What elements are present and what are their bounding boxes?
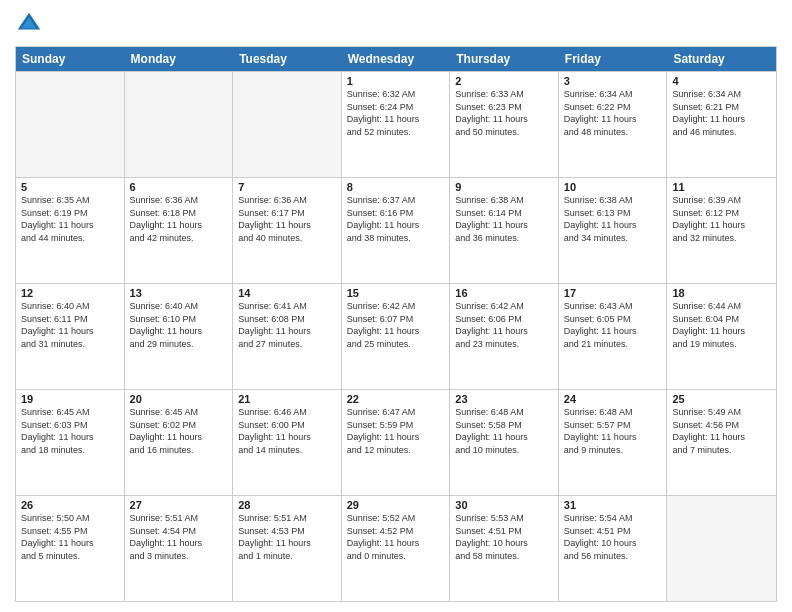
calendar-cell: 9Sunrise: 6:38 AM Sunset: 6:14 PM Daylig…: [450, 178, 559, 283]
day-info: Sunrise: 6:33 AM Sunset: 6:23 PM Dayligh…: [455, 88, 553, 138]
day-info: Sunrise: 6:45 AM Sunset: 6:02 PM Dayligh…: [130, 406, 228, 456]
day-number: 5: [21, 181, 119, 193]
day-number: 27: [130, 499, 228, 511]
day-number: 12: [21, 287, 119, 299]
day-info: Sunrise: 6:36 AM Sunset: 6:17 PM Dayligh…: [238, 194, 336, 244]
calendar-cell: 31Sunrise: 5:54 AM Sunset: 4:51 PM Dayli…: [559, 496, 668, 601]
day-number: 17: [564, 287, 662, 299]
day-info: Sunrise: 6:42 AM Sunset: 6:06 PM Dayligh…: [455, 300, 553, 350]
calendar-cell: [667, 496, 776, 601]
day-info: Sunrise: 6:46 AM Sunset: 6:00 PM Dayligh…: [238, 406, 336, 456]
calendar-cell: 8Sunrise: 6:37 AM Sunset: 6:16 PM Daylig…: [342, 178, 451, 283]
calendar-cell: 25Sunrise: 5:49 AM Sunset: 4:56 PM Dayli…: [667, 390, 776, 495]
day-number: 14: [238, 287, 336, 299]
calendar-cell: 22Sunrise: 6:47 AM Sunset: 5:59 PM Dayli…: [342, 390, 451, 495]
calendar-cell: 10Sunrise: 6:38 AM Sunset: 6:13 PM Dayli…: [559, 178, 668, 283]
day-number: 11: [672, 181, 771, 193]
day-number: 6: [130, 181, 228, 193]
day-number: 2: [455, 75, 553, 87]
day-info: Sunrise: 6:40 AM Sunset: 6:11 PM Dayligh…: [21, 300, 119, 350]
weekday-header: Thursday: [450, 47, 559, 71]
calendar-cell: 16Sunrise: 6:42 AM Sunset: 6:06 PM Dayli…: [450, 284, 559, 389]
calendar-cell: 19Sunrise: 6:45 AM Sunset: 6:03 PM Dayli…: [16, 390, 125, 495]
day-info: Sunrise: 6:45 AM Sunset: 6:03 PM Dayligh…: [21, 406, 119, 456]
calendar-header: SundayMondayTuesdayWednesdayThursdayFrid…: [16, 47, 776, 71]
day-number: 1: [347, 75, 445, 87]
calendar-body: 1Sunrise: 6:32 AM Sunset: 6:24 PM Daylig…: [16, 71, 776, 601]
weekday-header: Sunday: [16, 47, 125, 71]
day-info: Sunrise: 6:44 AM Sunset: 6:04 PM Dayligh…: [672, 300, 771, 350]
day-info: Sunrise: 5:50 AM Sunset: 4:55 PM Dayligh…: [21, 512, 119, 562]
calendar-cell: [125, 72, 234, 177]
calendar-cell: [16, 72, 125, 177]
calendar-cell: 26Sunrise: 5:50 AM Sunset: 4:55 PM Dayli…: [16, 496, 125, 601]
day-number: 19: [21, 393, 119, 405]
day-number: 4: [672, 75, 771, 87]
calendar-cell: 14Sunrise: 6:41 AM Sunset: 6:08 PM Dayli…: [233, 284, 342, 389]
day-info: Sunrise: 5:51 AM Sunset: 4:53 PM Dayligh…: [238, 512, 336, 562]
day-number: 29: [347, 499, 445, 511]
day-number: 15: [347, 287, 445, 299]
day-info: Sunrise: 6:37 AM Sunset: 6:16 PM Dayligh…: [347, 194, 445, 244]
calendar-cell: 2Sunrise: 6:33 AM Sunset: 6:23 PM Daylig…: [450, 72, 559, 177]
calendar-cell: 28Sunrise: 5:51 AM Sunset: 4:53 PM Dayli…: [233, 496, 342, 601]
calendar-cell: 15Sunrise: 6:42 AM Sunset: 6:07 PM Dayli…: [342, 284, 451, 389]
calendar-cell: 6Sunrise: 6:36 AM Sunset: 6:18 PM Daylig…: [125, 178, 234, 283]
day-info: Sunrise: 6:32 AM Sunset: 6:24 PM Dayligh…: [347, 88, 445, 138]
day-number: 25: [672, 393, 771, 405]
day-info: Sunrise: 6:38 AM Sunset: 6:13 PM Dayligh…: [564, 194, 662, 244]
weekday-header: Friday: [559, 47, 668, 71]
calendar-cell: [233, 72, 342, 177]
day-number: 9: [455, 181, 553, 193]
calendar-cell: 11Sunrise: 6:39 AM Sunset: 6:12 PM Dayli…: [667, 178, 776, 283]
calendar-row: 5Sunrise: 6:35 AM Sunset: 6:19 PM Daylig…: [16, 177, 776, 283]
calendar-row: 19Sunrise: 6:45 AM Sunset: 6:03 PM Dayli…: [16, 389, 776, 495]
calendar-cell: 13Sunrise: 6:40 AM Sunset: 6:10 PM Dayli…: [125, 284, 234, 389]
calendar-row: 1Sunrise: 6:32 AM Sunset: 6:24 PM Daylig…: [16, 71, 776, 177]
day-number: 24: [564, 393, 662, 405]
calendar-cell: 5Sunrise: 6:35 AM Sunset: 6:19 PM Daylig…: [16, 178, 125, 283]
day-info: Sunrise: 5:53 AM Sunset: 4:51 PM Dayligh…: [455, 512, 553, 562]
calendar-cell: 30Sunrise: 5:53 AM Sunset: 4:51 PM Dayli…: [450, 496, 559, 601]
day-info: Sunrise: 6:38 AM Sunset: 6:14 PM Dayligh…: [455, 194, 553, 244]
calendar-cell: 4Sunrise: 6:34 AM Sunset: 6:21 PM Daylig…: [667, 72, 776, 177]
day-info: Sunrise: 6:42 AM Sunset: 6:07 PM Dayligh…: [347, 300, 445, 350]
day-number: 10: [564, 181, 662, 193]
calendar-cell: 21Sunrise: 6:46 AM Sunset: 6:00 PM Dayli…: [233, 390, 342, 495]
day-number: 20: [130, 393, 228, 405]
header: [15, 10, 777, 38]
calendar-cell: 3Sunrise: 6:34 AM Sunset: 6:22 PM Daylig…: [559, 72, 668, 177]
calendar-cell: 7Sunrise: 6:36 AM Sunset: 6:17 PM Daylig…: [233, 178, 342, 283]
day-number: 18: [672, 287, 771, 299]
calendar-cell: 17Sunrise: 6:43 AM Sunset: 6:05 PM Dayli…: [559, 284, 668, 389]
day-number: 30: [455, 499, 553, 511]
day-number: 28: [238, 499, 336, 511]
day-info: Sunrise: 6:34 AM Sunset: 6:21 PM Dayligh…: [672, 88, 771, 138]
calendar-cell: 23Sunrise: 6:48 AM Sunset: 5:58 PM Dayli…: [450, 390, 559, 495]
calendar-cell: 27Sunrise: 5:51 AM Sunset: 4:54 PM Dayli…: [125, 496, 234, 601]
day-number: 23: [455, 393, 553, 405]
day-info: Sunrise: 6:35 AM Sunset: 6:19 PM Dayligh…: [21, 194, 119, 244]
weekday-header: Monday: [125, 47, 234, 71]
day-info: Sunrise: 6:34 AM Sunset: 6:22 PM Dayligh…: [564, 88, 662, 138]
day-info: Sunrise: 6:47 AM Sunset: 5:59 PM Dayligh…: [347, 406, 445, 456]
day-number: 3: [564, 75, 662, 87]
calendar-cell: 20Sunrise: 6:45 AM Sunset: 6:02 PM Dayli…: [125, 390, 234, 495]
day-info: Sunrise: 6:43 AM Sunset: 6:05 PM Dayligh…: [564, 300, 662, 350]
day-info: Sunrise: 6:48 AM Sunset: 5:58 PM Dayligh…: [455, 406, 553, 456]
day-info: Sunrise: 5:49 AM Sunset: 4:56 PM Dayligh…: [672, 406, 771, 456]
day-info: Sunrise: 6:41 AM Sunset: 6:08 PM Dayligh…: [238, 300, 336, 350]
day-number: 16: [455, 287, 553, 299]
day-info: Sunrise: 6:39 AM Sunset: 6:12 PM Dayligh…: [672, 194, 771, 244]
day-info: Sunrise: 6:36 AM Sunset: 6:18 PM Dayligh…: [130, 194, 228, 244]
page: SundayMondayTuesdayWednesdayThursdayFrid…: [0, 0, 792, 612]
weekday-header: Wednesday: [342, 47, 451, 71]
day-number: 8: [347, 181, 445, 193]
calendar-cell: 18Sunrise: 6:44 AM Sunset: 6:04 PM Dayli…: [667, 284, 776, 389]
calendar-cell: 12Sunrise: 6:40 AM Sunset: 6:11 PM Dayli…: [16, 284, 125, 389]
logo: [15, 10, 47, 38]
day-number: 26: [21, 499, 119, 511]
calendar-cell: 29Sunrise: 5:52 AM Sunset: 4:52 PM Dayli…: [342, 496, 451, 601]
day-info: Sunrise: 6:48 AM Sunset: 5:57 PM Dayligh…: [564, 406, 662, 456]
day-info: Sunrise: 5:54 AM Sunset: 4:51 PM Dayligh…: [564, 512, 662, 562]
